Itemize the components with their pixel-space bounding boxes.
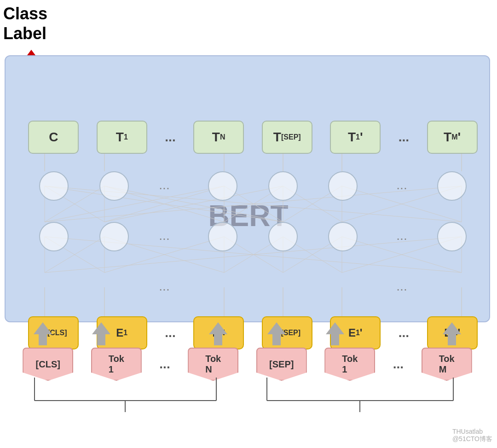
svg-text:...: ... xyxy=(396,279,407,293)
watermark: THUsatlab @51CTO博客 xyxy=(452,428,492,443)
nn-circle-2-1 xyxy=(39,222,69,251)
token-TM-prime: TM' xyxy=(427,121,478,154)
nn-circle-1-2 xyxy=(99,171,129,201)
nn-circle-2-8 xyxy=(437,222,467,251)
input-tokN: TokN xyxy=(188,348,238,381)
nn-circle-2-6 xyxy=(328,222,358,251)
arrow-sep xyxy=(267,322,286,345)
token-T1-prime: T1' xyxy=(330,121,381,154)
class-label: Class Label xyxy=(3,4,47,43)
nn-circle-1-1 xyxy=(39,171,69,201)
input-SEP: [SEP] xyxy=(256,348,307,381)
nn-circle-1-5 xyxy=(268,171,298,201)
input-tokens-row: [CLS] Tok1 ... TokN [SEP] Tok1 ... TokM xyxy=(5,348,490,381)
watermark-logo: THUsatlab xyxy=(452,428,492,435)
nn-circle-1-8 xyxy=(437,171,467,201)
nn-circle-2-2 xyxy=(99,222,129,251)
nn-circle-1-4 xyxy=(208,171,237,201)
gray-arrows-row xyxy=(5,322,490,345)
output-tokens-row: C T1 ... TN T[SEP] T1' ... TM' xyxy=(10,121,496,154)
arrow-N xyxy=(209,322,227,345)
dots-5: ... xyxy=(159,357,170,372)
bert-container: BERT xyxy=(5,55,490,322)
token-T1: T1 xyxy=(97,121,147,154)
arrow-M xyxy=(443,322,461,345)
dots-2: ... xyxy=(399,130,409,145)
input-CLS: [CLS] xyxy=(23,348,73,381)
input-tokM: TokM xyxy=(422,348,472,381)
svg-text:...: ... xyxy=(159,279,169,293)
nn-layer-2 xyxy=(10,222,496,251)
main-container: Class Label BERT xyxy=(0,0,497,448)
nn-layer-1 xyxy=(10,171,496,201)
watermark-blog: @51CTO博客 xyxy=(452,435,492,443)
input-tok1p: Tok1 xyxy=(324,348,375,381)
dots-1: ... xyxy=(165,130,175,145)
token-TSEP: T[SEP] xyxy=(262,121,312,154)
nn-circle-2-5 xyxy=(268,222,298,251)
bracket-svg xyxy=(5,378,490,428)
dots-6: ... xyxy=(393,357,404,372)
arrow-cls xyxy=(34,322,52,345)
nn-circle-1-6 xyxy=(328,171,358,201)
token-C: C xyxy=(28,121,79,154)
nn-circle-2-4 xyxy=(208,222,237,251)
arrow-1p xyxy=(326,322,344,345)
arrow-1 xyxy=(92,322,110,345)
token-TN: TN xyxy=(193,121,244,154)
input-tok1: Tok1 xyxy=(91,348,142,381)
